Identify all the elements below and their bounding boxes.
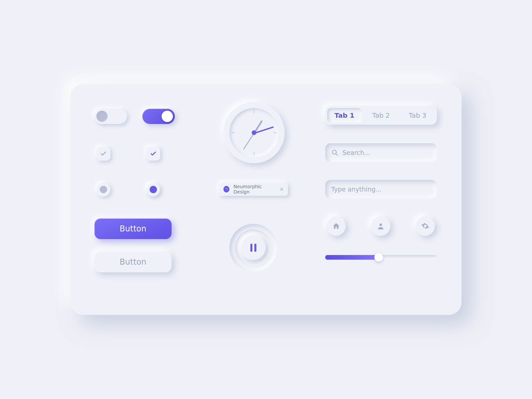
user-icon	[377, 222, 385, 230]
toggle-off[interactable]	[94, 109, 127, 124]
slider-fill	[325, 255, 379, 260]
check-icon	[100, 150, 107, 157]
chip-label: Neumorphic Design	[233, 184, 275, 195]
close-icon[interactable]: ×	[280, 187, 284, 192]
svg-point-3	[227, 189, 227, 190]
svg-point-1	[226, 188, 227, 189]
svg-point-0	[225, 189, 226, 189]
toggle-on-knob	[162, 111, 173, 122]
slider[interactable]	[325, 255, 437, 260]
pause-button-outer	[229, 224, 277, 272]
svg-point-6	[379, 223, 382, 226]
tab-3[interactable]: Tab 3	[400, 108, 435, 123]
search-input[interactable]: Search...	[325, 143, 437, 162]
clock-center	[252, 130, 256, 135]
tab-3-label: Tab 3	[409, 111, 427, 119]
clock-second-hand	[243, 133, 254, 150]
toggle-off-knob	[96, 111, 108, 122]
text-input-placeholder: Type anything...	[331, 186, 382, 193]
tab-2-label: Tab 2	[372, 111, 390, 119]
radio-on-dot	[150, 186, 157, 193]
primary-button[interactable]: Button	[94, 218, 172, 239]
search-icon	[331, 149, 338, 156]
secondary-button[interactable]: Button	[94, 252, 172, 272]
svg-line-5	[336, 154, 337, 155]
tab-1[interactable]: Tab 1	[327, 108, 362, 123]
tab-1-label: Tab 1	[334, 111, 354, 119]
checkbox-unchecked-style[interactable]	[96, 147, 110, 161]
clock	[223, 102, 285, 163]
radio-off[interactable]	[96, 183, 110, 197]
text-input[interactable]: Type anything...	[325, 180, 437, 199]
secondary-button-label: Button	[120, 257, 146, 267]
check-icon	[150, 150, 157, 157]
home-button[interactable]	[327, 216, 346, 236]
ui-kit-panel: Button Button Neumorphic Design ×	[70, 84, 462, 315]
settings-button[interactable]	[416, 216, 435, 236]
gear-icon	[421, 222, 429, 230]
svg-point-2	[227, 189, 227, 189]
primary-button-label: Button	[120, 224, 146, 233]
tab-2[interactable]: Tab 2	[364, 108, 398, 123]
chip[interactable]: Neumorphic Design ×	[219, 183, 288, 196]
tab-bar: Tab 1 Tab 2 Tab 3	[325, 106, 437, 125]
pause-button-ring	[235, 229, 272, 266]
slider-knob[interactable]	[374, 253, 383, 262]
pause-icon	[250, 244, 252, 252]
palette-icon	[223, 186, 229, 193]
radio-off-dot	[100, 186, 107, 193]
toggle-on[interactable]	[142, 109, 175, 124]
checkbox-checked-style[interactable]	[146, 147, 160, 161]
home-icon	[332, 222, 340, 230]
user-button[interactable]	[371, 216, 390, 236]
search-placeholder: Search...	[342, 149, 370, 156]
pause-button[interactable]	[241, 235, 266, 260]
pause-icon	[254, 244, 256, 252]
clock-face	[229, 108, 279, 157]
radio-on[interactable]	[146, 183, 160, 197]
